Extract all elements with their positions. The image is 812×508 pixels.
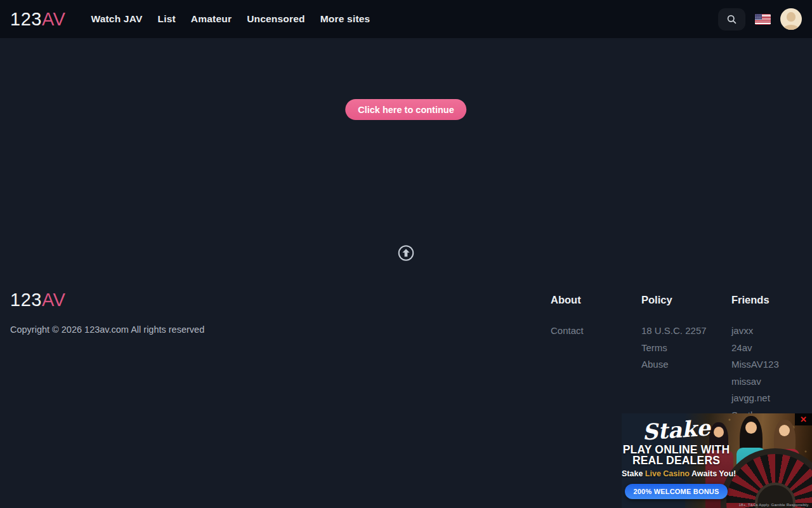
us-flag-icon[interactable] (755, 14, 771, 25)
footer-link-24av[interactable]: 24av (731, 342, 752, 353)
nav-link-list[interactable]: List (157, 13, 175, 24)
list-item[interactable]: Terms (641, 342, 707, 359)
footer-link-javgg[interactable]: javgg.net (731, 392, 770, 403)
page: 123AV Watch JAV List Amateur Uncensored … (0, 0, 812, 508)
list-item[interactable]: Contact (551, 325, 584, 342)
continue-button[interactable]: Click here to continue (345, 99, 466, 120)
close-icon[interactable]: ✕ (795, 413, 812, 425)
logo-prefix: 123 (10, 9, 42, 29)
flag-canton (755, 14, 762, 20)
ad-cta-button[interactable]: 200% WELCOME BONUS (625, 484, 727, 499)
logo-suffix: AV (42, 9, 66, 29)
ad-headline: PLAY ONLINE WITH REAL DEALERS (622, 444, 731, 466)
scroll-top-button[interactable] (398, 244, 415, 262)
ad-subline-prefix: Stake (622, 469, 645, 478)
nav-link-more-sites[interactable]: More sites (320, 13, 370, 24)
footer-link-abuse[interactable]: Abuse (641, 359, 669, 370)
nav-link-amateur[interactable]: Amateur (191, 13, 232, 24)
list-item[interactable]: MissAV123 (731, 359, 779, 376)
copyright-text: Copyright © 2026 123av.com All rights re… (10, 324, 204, 335)
nav-item-amateur[interactable]: Amateur (191, 13, 232, 25)
footer-link-list: Contact (551, 325, 584, 342)
avatar-body (783, 25, 799, 30)
footer-column-friends: Friends javxx 24av MissAV123 missav javg… (731, 294, 779, 427)
ad-subline-suffix: Awaits You! (690, 469, 736, 478)
list-item[interactable]: 18 U.S.C. 2257 (641, 325, 707, 342)
footer-link-2257[interactable]: 18 U.S.C. 2257 (641, 325, 707, 336)
footer-link-missav[interactable]: missav (731, 376, 761, 387)
footer-column-policy: Policy 18 U.S.C. 2257 Terms Abuse (641, 294, 707, 376)
footer-link-list: 18 U.S.C. 2257 Terms Abuse (641, 325, 707, 376)
ad-banner[interactable]: Stake PLAY ONLINE WITH REAL DEALERS Stak… (622, 413, 812, 508)
main-nav: Watch JAV List Amateur Uncensored More s… (91, 13, 370, 25)
nav-item-more-sites[interactable]: More sites (320, 13, 370, 25)
nav-link-watch-jav[interactable]: Watch JAV (91, 13, 142, 24)
footer-link-list: javxx 24av MissAV123 missav javgg.net Se… (731, 325, 779, 427)
ad-disclaimer: 18+, T&Cs Apply. Gamble Responsibly. (739, 503, 809, 507)
list-item[interactable]: missav (731, 376, 779, 393)
arrow-up-circle-icon (398, 244, 415, 262)
ad-subline-highlight: Live Casino (645, 469, 690, 478)
ad-content: Stake PLAY ONLINE WITH REAL DEALERS Stak… (622, 413, 731, 508)
navbar: 123AV Watch JAV List Amateur Uncensored … (0, 0, 812, 38)
footer-link-missav123[interactable]: MissAV123 (731, 359, 779, 370)
site-logo[interactable]: 123AV (10, 9, 65, 30)
stake-logo: Stake (622, 413, 731, 446)
nav-item-uncensored[interactable]: Uncensored (247, 13, 305, 25)
nav-item-watch-jav[interactable]: Watch JAV (91, 13, 142, 25)
footer-column-title: Policy (641, 294, 707, 306)
footer-column-title: About (551, 294, 584, 306)
avatar-head (787, 12, 796, 22)
list-item[interactable]: javxx (731, 325, 779, 342)
user-avatar[interactable] (780, 8, 802, 30)
list-item[interactable]: Abuse (641, 359, 707, 376)
list-item[interactable]: javgg.net (731, 392, 779, 410)
nav-link-uncensored[interactable]: Uncensored (247, 13, 305, 24)
navbar-right (718, 8, 802, 30)
ad-subline: Stake Live Casino Awaits You! (622, 469, 731, 478)
footer-column-about: About Contact (551, 294, 584, 342)
nav-item-list[interactable]: List (157, 13, 175, 25)
footer-column-title: Friends (731, 294, 779, 306)
search-icon (726, 14, 737, 25)
search-button[interactable] (718, 8, 745, 30)
footer-link-contact[interactable]: Contact (551, 325, 584, 336)
footer-link-terms[interactable]: Terms (641, 342, 667, 353)
footer-logo-prefix: 123 (10, 290, 42, 310)
footer-logo-suffix: AV (42, 290, 66, 310)
ad-headline-line2: REAL DEALERS (622, 455, 731, 466)
footer-link-javxx[interactable]: javxx (731, 325, 753, 336)
list-item[interactable]: 24av (731, 342, 779, 359)
footer-logo[interactable]: 123AV (10, 290, 65, 311)
